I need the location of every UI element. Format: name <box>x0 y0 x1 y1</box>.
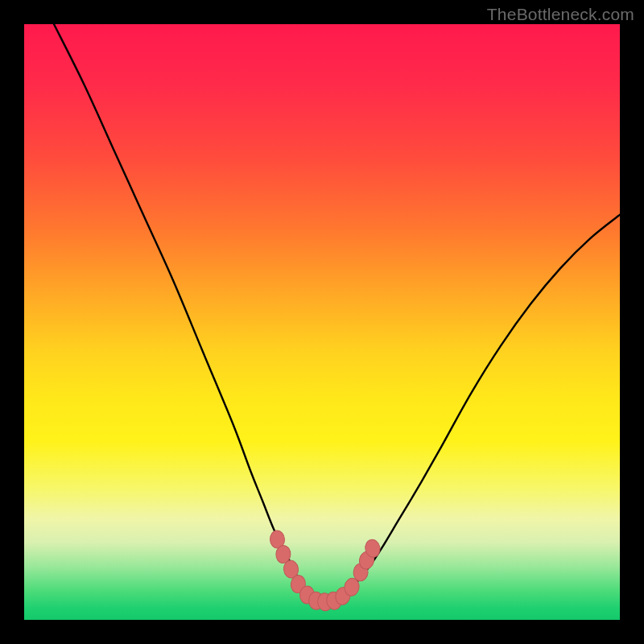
curve-markers <box>270 530 382 612</box>
plot-area <box>24 24 620 620</box>
bottleneck-curve <box>54 24 620 602</box>
watermark-text: TheBottleneck.com <box>487 5 634 24</box>
outer-frame: TheBottleneck.com <box>0 0 644 644</box>
curve-svg <box>24 24 620 620</box>
